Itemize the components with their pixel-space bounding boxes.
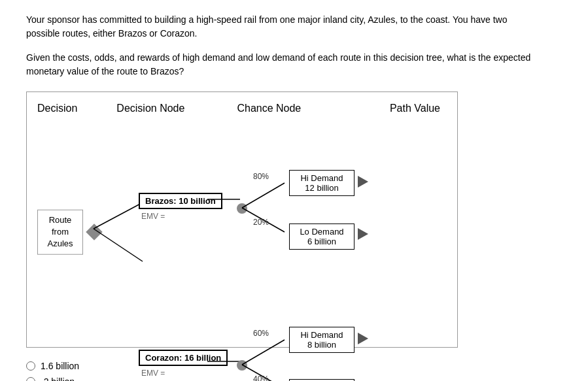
decision-tree-container: Decision Decision Node Chance Node Path …	[26, 91, 458, 348]
pct-brazos-hi: 80%	[253, 172, 269, 181]
chance-box-corazon-hi: Hi Demand 8 billion	[289, 327, 355, 353]
start-node-box: Route from Azules	[37, 210, 83, 255]
pct-corazon-lo: 40%	[253, 374, 269, 381]
header-path-value: Path Value	[390, 103, 440, 114]
arrow-brazos-hi	[358, 176, 368, 188]
svg-line-1	[94, 229, 143, 261]
tree-header: Decision Decision Node Chance Node Path …	[37, 103, 447, 114]
option-1[interactable]: 1.6 billion	[26, 361, 562, 371]
svg-line-4	[242, 183, 285, 208]
radio-2[interactable]	[26, 377, 35, 381]
brazos-emv: EMV =	[141, 212, 222, 221]
svg-line-6	[242, 340, 285, 365]
tree-body: Route from Azules Brazos: 10 billion EMV…	[37, 127, 447, 337]
arrow-brazos-lo	[358, 228, 368, 240]
chance-box-brazos-hi: Hi Demand 12 billion	[289, 170, 355, 196]
arrow-corazon-hi	[358, 333, 368, 344]
header-decision-node: Decision Node	[116, 103, 184, 114]
question-text: Given the costs, odds, and rewards of hi…	[26, 51, 562, 78]
svg-line-0	[94, 203, 143, 229]
intro-line1: Your sponsor has committed to building a…	[26, 13, 562, 41]
chance-box-brazos-lo: Lo Demand 6 billion	[289, 224, 355, 250]
pct-corazon-hi: 60%	[253, 329, 269, 338]
line-diamond-to-corazon	[94, 229, 152, 288]
option-2-label: -2 billion	[41, 376, 75, 381]
pct-brazos-lo: 20%	[253, 218, 269, 227]
header-decision: Decision	[37, 103, 77, 114]
radio-1[interactable]	[26, 361, 35, 371]
option-1-label: 1.6 billion	[41, 361, 79, 371]
answer-options: 1.6 billion -2 billion 0.8 billion 10.8 …	[26, 361, 562, 381]
corazon-emv: EMV =	[141, 369, 228, 378]
header-chance-node: Chance Node	[237, 103, 301, 114]
